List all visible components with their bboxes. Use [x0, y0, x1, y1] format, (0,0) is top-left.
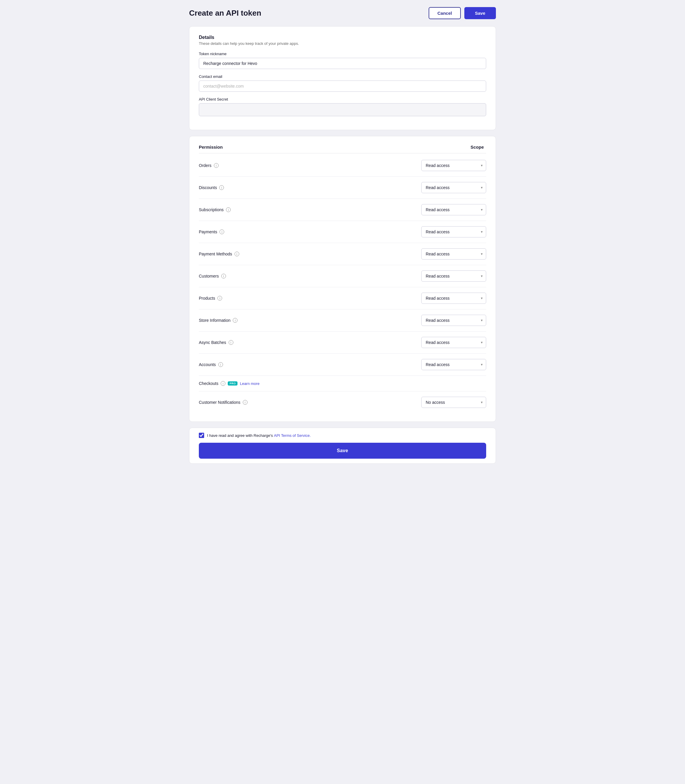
permission-column-label: Permission: [199, 144, 223, 149]
table-row: Customer NotificationsiNo accessRead acc…: [199, 391, 486, 413]
permissions-list: OrdersiNo accessRead accessRead/Write ac…: [199, 154, 486, 413]
contact-email-group: Contact email: [199, 74, 486, 92]
scope-select[interactable]: No accessRead accessRead/Write access: [421, 204, 486, 215]
permission-name: Orders: [199, 163, 211, 168]
table-row: SubscriptionsiNo accessRead accessRead/W…: [199, 199, 486, 221]
token-nickname-input[interactable]: [199, 58, 486, 69]
permission-name: Checkouts: [199, 381, 218, 386]
tos-text: I have read and agree with Recharge's AP…: [207, 433, 311, 438]
info-icon[interactable]: i: [219, 185, 224, 190]
info-icon[interactable]: i: [243, 400, 247, 405]
info-icon[interactable]: i: [233, 318, 237, 323]
token-nickname-label: Token nickname: [199, 52, 486, 56]
api-client-secret-group: API Client Secret: [199, 97, 486, 116]
api-client-secret-input[interactable]: [199, 103, 486, 116]
permission-name: Subscriptions: [199, 207, 224, 212]
table-row: DiscountsiNo accessRead accessRead/Write…: [199, 177, 486, 199]
cancel-button[interactable]: Cancel: [429, 7, 461, 19]
learn-more-link[interactable]: Learn more: [240, 381, 259, 386]
info-icon[interactable]: i: [221, 381, 226, 386]
info-icon[interactable]: i: [218, 296, 222, 300]
details-section-subtitle: These details can help you keep track of…: [199, 41, 486, 46]
table-row: Async BatchesiNo accessRead accessRead/W…: [199, 331, 486, 354]
info-icon[interactable]: i: [221, 274, 226, 278]
scope-select[interactable]: No accessRead accessRead/Write access: [421, 226, 486, 237]
permission-name: Products: [199, 296, 215, 300]
permission-name: Async Batches: [199, 340, 226, 345]
info-icon[interactable]: i: [214, 163, 219, 168]
table-row: PaymentsiNo accessRead accessRead/Write …: [199, 221, 486, 243]
details-card: Details These details can help you keep …: [189, 26, 496, 130]
table-row: AccountsiNo accessRead accessRead/Write …: [199, 354, 486, 376]
footer-section: I have read and agree with Recharge's AP…: [189, 428, 496, 464]
permission-name: Customer Notifications: [199, 400, 240, 405]
permission-name: Payments: [199, 229, 217, 234]
scope-select[interactable]: No accessRead accessRead/Write access: [421, 271, 486, 282]
info-icon[interactable]: i: [229, 340, 233, 345]
token-nickname-group: Token nickname: [199, 52, 486, 69]
scope-select[interactable]: No accessRead accessRead/Write access: [421, 359, 486, 370]
table-row: CustomersiNo accessRead accessRead/Write…: [199, 265, 486, 287]
scope-select[interactable]: No accessRead accessRead/Write access: [421, 182, 486, 193]
permission-name: Payment Methods: [199, 252, 232, 256]
table-row: CheckoutsiPROLearn more: [199, 376, 486, 391]
scope-column-label: Scope: [471, 144, 484, 149]
tos-row: I have read and agree with Recharge's AP…: [199, 433, 486, 438]
header-actions: Cancel Save: [429, 7, 496, 19]
save-bottom-button[interactable]: Save: [199, 443, 486, 459]
permissions-card: Permission Scope OrdersiNo accessRead ac…: [189, 136, 496, 422]
scope-select[interactable]: No accessRead accessRead/Write access: [421, 248, 486, 260]
scope-select[interactable]: No accessRead accessRead/Write access: [421, 397, 486, 408]
info-icon[interactable]: i: [226, 207, 231, 212]
tos-link[interactable]: API Terms of Service.: [274, 433, 311, 438]
contact-email-label: Contact email: [199, 74, 486, 79]
table-row: Payment MethodsiNo accessRead accessRead…: [199, 243, 486, 265]
table-row: OrdersiNo accessRead accessRead/Write ac…: [199, 154, 486, 177]
permission-name: Accounts: [199, 362, 216, 367]
permission-name: Discounts: [199, 185, 217, 190]
details-section-title: Details: [199, 35, 486, 40]
permission-name: Customers: [199, 274, 219, 278]
scope-select[interactable]: No accessRead accessRead/Write access: [421, 160, 486, 171]
info-icon[interactable]: i: [218, 362, 223, 367]
scope-select[interactable]: No accessRead accessRead/Write access: [421, 292, 486, 304]
scope-select[interactable]: No accessRead accessRead/Write access: [421, 315, 486, 326]
scope-select[interactable]: No accessRead accessRead/Write access: [421, 337, 486, 348]
save-header-button[interactable]: Save: [464, 7, 496, 19]
info-icon[interactable]: i: [235, 252, 239, 256]
contact-email-input[interactable]: [199, 81, 486, 92]
page-title: Create an API token: [189, 8, 261, 18]
permission-name: Store Information: [199, 318, 230, 323]
permissions-header: Permission Scope: [199, 144, 486, 153]
info-icon[interactable]: i: [219, 229, 224, 234]
tos-checkbox[interactable]: [199, 433, 204, 438]
pro-badge: PRO: [228, 381, 237, 386]
table-row: Store InformationiNo accessRead accessRe…: [199, 309, 486, 331]
table-row: ProductsiNo accessRead accessRead/Write …: [199, 287, 486, 309]
api-client-secret-label: API Client Secret: [199, 97, 486, 101]
page-header: Create an API token Cancel Save: [189, 7, 496, 19]
